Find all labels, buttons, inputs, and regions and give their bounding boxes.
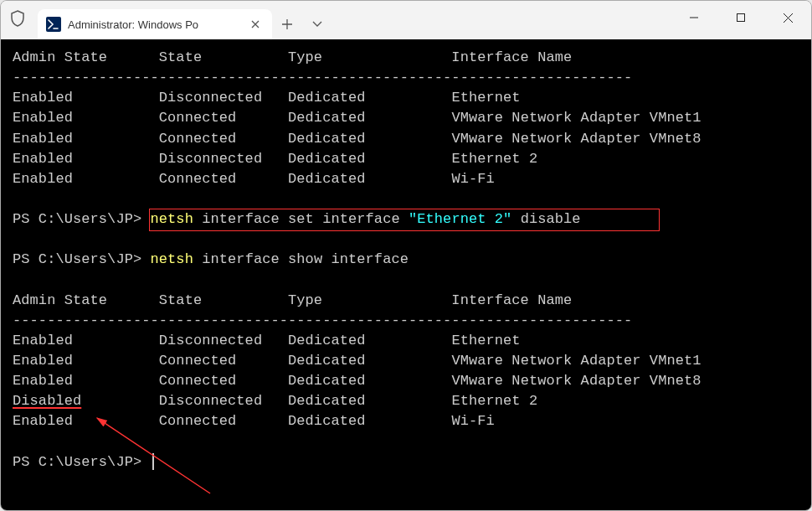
table-row: Enabled Connected Dedicated VMware Netwo… (13, 108, 799, 128)
tab-title: Administrator: Windows Po (68, 18, 240, 31)
table1-rows: Enabled Disconnected Dedicated EthernetE… (13, 88, 799, 189)
table-row: Enabled Disconnected Dedicated Ethernet … (13, 149, 799, 169)
table-row: Enabled Connected Dedicated VMware Netwo… (13, 129, 799, 149)
table-header: Admin State State Type Interface Name (13, 48, 799, 68)
table-header: Admin State State Type Interface Name (13, 291, 799, 311)
close-button[interactable] (764, 1, 811, 34)
titlebar: Administrator: Windows Po (1, 1, 811, 39)
table-separator: ----------------------------------------… (13, 311, 799, 331)
table2-rows: Enabled Disconnected Dedicated EthernetE… (13, 331, 799, 432)
powershell-icon (46, 17, 61, 32)
svg-rect-0 (737, 14, 745, 22)
tab-dropdown-button[interactable] (302, 9, 332, 39)
table-row: Disabled Disconnected Dedicated Ethernet… (13, 391, 799, 411)
terminal-content[interactable]: Admin State State Type Interface Name --… (1, 39, 811, 510)
command-line-1: PS C:\Users\JP> netsh interface set inte… (13, 209, 799, 230)
new-tab-button[interactable] (272, 9, 302, 39)
command-line-2: PS C:\Users\JP> netsh interface show int… (13, 250, 799, 270)
minimize-button[interactable] (671, 1, 717, 34)
cursor (152, 453, 154, 470)
blank-line (13, 230, 799, 250)
blank-line (13, 189, 799, 209)
table-row: Enabled Connected Dedicated VMware Netwo… (13, 371, 799, 391)
blank-line (13, 431, 799, 452)
app-window: Administrator: Windows Po Admin State St… (0, 0, 812, 511)
tab-close-button[interactable] (247, 16, 264, 33)
table-row: Enabled Connected Dedicated Wi-Fi (13, 169, 799, 189)
shield-icon (1, 1, 34, 39)
window-controls (671, 1, 811, 39)
tab-powershell[interactable]: Administrator: Windows Po (38, 9, 272, 39)
table-row: Enabled Disconnected Dedicated Ethernet (13, 88, 799, 108)
table-row: Enabled Connected Dedicated VMware Netwo… (13, 351, 799, 371)
table-separator: ----------------------------------------… (13, 68, 799, 88)
maximize-button[interactable] (717, 1, 764, 34)
table-row: Enabled Disconnected Dedicated Ethernet (13, 331, 799, 351)
blank-line (13, 270, 799, 290)
prompt-line: PS C:\Users\JP> (13, 452, 799, 472)
table-row: Enabled Connected Dedicated Wi-Fi (13, 411, 799, 431)
